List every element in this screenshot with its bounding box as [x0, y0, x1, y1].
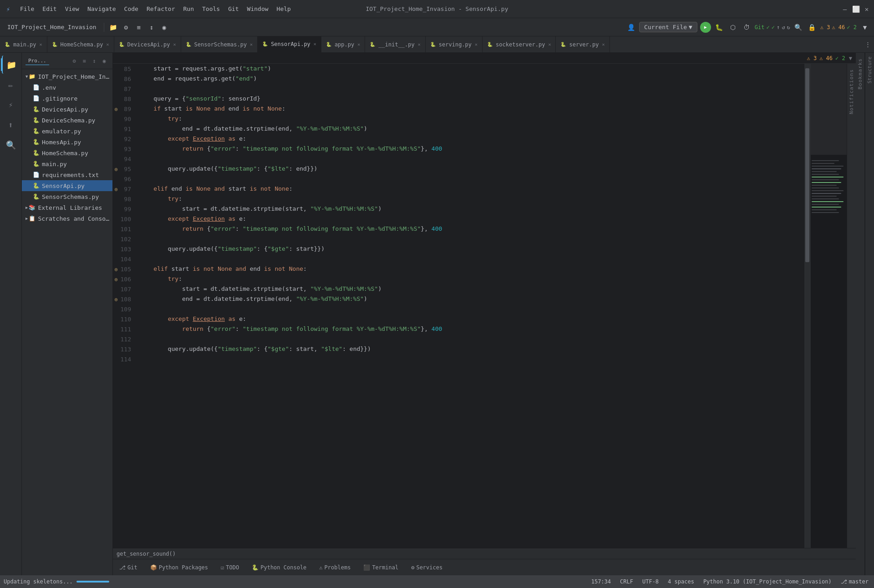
- tree-item-homeschema[interactable]: 🐍 HomeSchema.py: [22, 147, 112, 158]
- activity-item-search[interactable]: 🔍: [2, 136, 20, 154]
- code-line-99: start = dt.datetime.strptime(start, "%Y-…: [136, 204, 804, 214]
- menu-git[interactable]: Git: [224, 4, 242, 14]
- status-line-ending[interactable]: CRLF: [618, 578, 635, 586]
- tab-close-icon[interactable]: ✕: [107, 42, 109, 47]
- menu-code[interactable]: Code: [121, 4, 142, 14]
- tab-label: DevicesApi.py: [127, 41, 170, 48]
- tab-close-icon[interactable]: ✕: [250, 42, 253, 47]
- tree-item-sensorapi[interactable]: 🐍 SensorApi.py: [22, 180, 112, 191]
- menu-window[interactable]: Window: [244, 4, 272, 14]
- scrollbar-thumb[interactable]: [805, 68, 809, 262]
- tab-devicesapi[interactable]: 🐍 DevicesApi.py ✕: [114, 36, 181, 52]
- tab-close-icon[interactable]: ✕: [602, 42, 605, 47]
- git-undo: ↺: [782, 24, 785, 30]
- debug-button[interactable]: 🐛: [714, 22, 725, 33]
- sidebar-gear-icon[interactable]: ⚙: [70, 56, 79, 66]
- shield-icon[interactable]: 🔒: [807, 22, 818, 33]
- expand-warnings-icon[interactable]: ▼: [849, 55, 852, 61]
- toolbar-icon-3[interactable]: ≡: [133, 22, 144, 33]
- activity-item-vcs[interactable]: ⚡: [2, 96, 20, 114]
- vcs-count: ✓ 2: [847, 24, 857, 30]
- bottom-terminal[interactable]: ⬛ Terminal: [361, 563, 401, 572]
- tab-homeschema[interactable]: 🐍 HomeSchema.py ✕: [47, 36, 114, 52]
- services-label: Services: [416, 564, 442, 571]
- bottom-problems[interactable]: ⚠ Problems: [316, 563, 353, 572]
- sidebar-menu-icon[interactable]: ≡: [80, 56, 89, 66]
- tree-item-main[interactable]: 🐍 main.py: [22, 158, 112, 169]
- tree-item-devicesapi[interactable]: 🐍 DevicesApi.py: [22, 104, 112, 115]
- tab-close-icon[interactable]: ✕: [40, 42, 42, 47]
- profile-icon[interactable]: 👤: [625, 22, 636, 33]
- activity-item-commit[interactable]: ✏: [2, 76, 20, 94]
- tree-item-scratches[interactable]: ▶ 📋 Scratches and Consoles: [22, 213, 112, 224]
- tree-item-homesapi[interactable]: 🐍 HomesApi.py: [22, 137, 112, 147]
- maximize-button[interactable]: ⬜: [852, 5, 859, 13]
- menu-run[interactable]: Run: [180, 4, 198, 14]
- sidebar-settings-icon[interactable]: ◉: [100, 56, 109, 66]
- status-python[interactable]: Python 3.10 (IOT_Project_Home_Invasion): [701, 578, 833, 586]
- current-file-dropdown[interactable]: Current File ▼: [639, 22, 697, 32]
- tab-app[interactable]: 🐍 app.py ✕: [321, 36, 365, 52]
- activity-item-pull-requests[interactable]: ⬆: [2, 116, 20, 134]
- tab-init[interactable]: 🐍 __init__.py ✕: [365, 36, 426, 52]
- coverage-button[interactable]: ⬡: [727, 22, 738, 33]
- tree-item-external-libraries[interactable]: ▶ 📚 External Libraries: [22, 202, 112, 213]
- activity-item-project[interactable]: 📁: [2, 56, 20, 74]
- menu-view[interactable]: View: [61, 4, 83, 14]
- sidebar-sort-icon[interactable]: ↕: [90, 56, 99, 66]
- menu-edit[interactable]: Edit: [39, 4, 60, 14]
- toolbar-icon-2[interactable]: ⚙: [121, 22, 132, 33]
- status-indent[interactable]: 4 spaces: [666, 578, 696, 586]
- tab-socketserver[interactable]: 🐍 socketserver.py ✕: [483, 36, 556, 52]
- tree-item-emulator[interactable]: 🐍 emulator.py: [22, 126, 112, 137]
- editor-area: ⚠ 3 ⚠ 46 ✓ 2 ▼ 85 86 87 88 89 90 91 92 9…: [113, 53, 856, 575]
- menu-refactor[interactable]: Refactor: [143, 4, 179, 14]
- tab-sensorapi[interactable]: 🐍 SensorApi.py ✕: [258, 36, 321, 52]
- bottom-git[interactable]: ⎇ Git: [117, 563, 140, 572]
- sidebar-tab-project[interactable]: Pro...: [25, 57, 49, 65]
- tree-root[interactable]: ▼ 📁 IOT_Project_Home_Invasion: [22, 71, 112, 82]
- tree-item-sensorschemas[interactable]: 🐍 SensorSchemas.py: [22, 191, 112, 202]
- menu-tools[interactable]: Tools: [198, 4, 224, 14]
- tab-serving[interactable]: 🐍 serving.py ✕: [426, 36, 483, 52]
- expand-icon[interactable]: ▼: [859, 22, 870, 33]
- tab-close-icon[interactable]: ✕: [314, 41, 316, 46]
- run-button[interactable]: ▶: [700, 22, 711, 33]
- menu-file[interactable]: File: [16, 4, 38, 14]
- search-button[interactable]: 🔍: [793, 22, 804, 33]
- tab-close-icon[interactable]: ✕: [548, 42, 551, 47]
- status-encoding[interactable]: UTF-8: [640, 578, 661, 586]
- tree-item-deviceschema[interactable]: 🐍 DeviceSchema.py: [22, 115, 112, 126]
- bottom-python-packages[interactable]: 📦 Python Packages: [147, 563, 211, 572]
- tab-main-py[interactable]: 🐍 main.py ✕: [0, 36, 47, 52]
- tab-close-icon[interactable]: ✕: [418, 42, 421, 47]
- menu-navigate[interactable]: Navigate: [84, 4, 120, 14]
- tab-close-icon[interactable]: ✕: [173, 42, 176, 47]
- minimize-button[interactable]: —: [841, 5, 849, 13]
- close-button[interactable]: ✕: [863, 5, 870, 13]
- profile-button[interactable]: ⏱: [741, 22, 752, 33]
- vertical-scrollbar[interactable]: [804, 64, 810, 548]
- tree-item-requirements[interactable]: 📄 requirements.txt: [22, 169, 112, 180]
- toolbar-icon-1[interactable]: 📁: [108, 22, 119, 33]
- code-editor[interactable]: start = request.args.get("start") end = …: [136, 64, 804, 548]
- tab-more-button[interactable]: ⋮: [861, 36, 874, 52]
- tab-server[interactable]: 🐍 server.py ✕: [556, 36, 610, 52]
- tree-item-env[interactable]: 📄 .env: [22, 82, 112, 93]
- svg-rect-5: [812, 174, 839, 175]
- bottom-services[interactable]: ⚙ Services: [408, 563, 445, 572]
- bottom-panel: ⎇ Git 📦 Python Packages ☑ TODO 🐍 Python …: [113, 559, 856, 575]
- bottom-todo[interactable]: ☑ TODO: [218, 563, 242, 572]
- menu-help[interactable]: Help: [273, 4, 295, 14]
- status-branch[interactable]: ⎇ master: [839, 578, 870, 586]
- tab-close-icon[interactable]: ✕: [357, 42, 360, 47]
- toolbar-icon-4[interactable]: ↕: [146, 22, 157, 33]
- tab-sensorschemas[interactable]: 🐍 SensorSchemas.py ✕: [181, 36, 258, 52]
- cursor-position: 157:34: [591, 578, 611, 585]
- py-file-icon: 🐍: [33, 139, 40, 145]
- toolbar-icon-5[interactable]: ◉: [159, 22, 170, 33]
- bottom-python-console[interactable]: 🐍 Python Console: [249, 563, 309, 572]
- status-cursor[interactable]: 157:34: [589, 578, 613, 586]
- tab-close-icon[interactable]: ✕: [475, 42, 478, 47]
- tree-item-gitignore[interactable]: 📄 .gitignore: [22, 93, 112, 104]
